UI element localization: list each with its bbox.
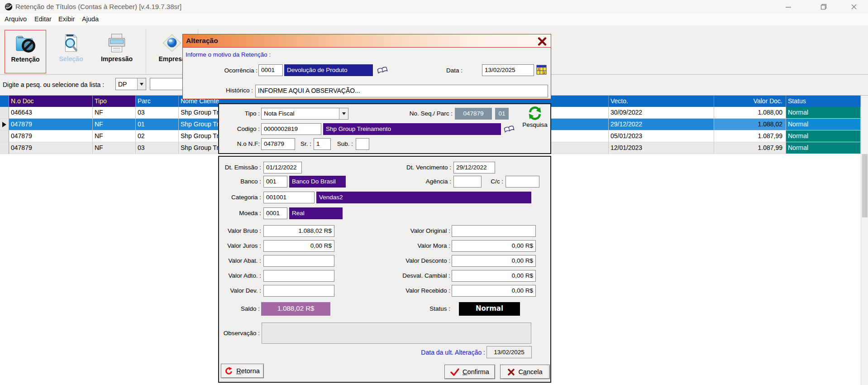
cell-valor: 1.087,99 <box>714 130 786 142</box>
data-input[interactable]: 13/02/2025 <box>482 64 534 76</box>
retencao-label: Retenção <box>11 56 39 63</box>
saldo-field: 1.088,02 R$ <box>261 302 330 316</box>
close-button[interactable] <box>844 0 864 14</box>
banco-desc-field: Banco Do Brasil <box>289 176 346 188</box>
selecao-label: Seleção <box>59 55 83 63</box>
retencao-button[interactable]: Retenção <box>5 30 46 73</box>
valor-bruto-input[interactable]: 1.088,02 R$ <box>263 225 334 237</box>
cc-input[interactable] <box>506 176 539 188</box>
dialog-title: Alteração <box>186 37 218 45</box>
dialog-close-button[interactable] <box>536 36 548 46</box>
lookup-book-icon[interactable] <box>377 65 389 75</box>
menu-editar[interactable]: Editar <box>34 15 52 23</box>
cancela-button[interactable]: Cancela <box>500 365 550 379</box>
alteracao-dialog-header-panel: Alteração Informe o motivo da Retenção :… <box>182 34 551 99</box>
valor-adto-input[interactable] <box>263 270 334 282</box>
valor-mora-label: Valor Mora : <box>390 242 450 249</box>
grid-header-tipo[interactable]: Tipo <box>93 96 136 107</box>
vertical-scrollbar[interactable] <box>861 96 868 385</box>
cancela-label: Cancela <box>518 368 542 375</box>
valor-recebido-input[interactable]: 0,00 R$ <box>452 285 536 297</box>
dt-venc-input[interactable]: 29/12/2022 <box>453 162 495 173</box>
grid-header-parc[interactable]: Parc <box>136 96 179 107</box>
grid-header-doc[interactable]: N.o Doc <box>9 96 93 107</box>
restore-button[interactable] <box>813 0 834 14</box>
dt-emissao-input[interactable]: 01/12/2022 <box>263 162 302 173</box>
desval-cambial-input[interactable]: 0,00 R$ <box>452 270 536 282</box>
moeda-desc-field: Real <box>289 207 343 219</box>
grid-header-valor[interactable]: Valor Doc. <box>714 96 786 107</box>
codigo-desc-field: Shp Group Treinamento <box>323 123 501 135</box>
moeda-input[interactable]: 0001 <box>263 207 287 219</box>
search-type-select[interactable]: DP <box>115 78 146 90</box>
selection-search-icon <box>61 33 81 53</box>
cell-doc: 047879 <box>9 130 93 142</box>
seq-parc-label: No. Seq./ Parc : <box>395 110 453 117</box>
valor-dev-input[interactable] <box>263 285 334 297</box>
codigo-input[interactable]: 0000002819 <box>261 123 321 135</box>
cell-valor: 1.088,00 <box>714 107 786 119</box>
confirma-label: Confirma <box>463 368 489 375</box>
minimize-icon <box>785 4 792 10</box>
documento-section: Tipo : Nota Fiscal No. Seq./ Parc : 0478… <box>218 103 551 154</box>
dt-venc-label: Dt. Vencimento : <box>398 164 451 171</box>
desval-cambial-label: Desval. Cambial : <box>390 272 450 279</box>
retorna-button[interactable]: Retorna <box>221 364 264 378</box>
valor-desconto-input[interactable]: 0,00 R$ <box>452 255 536 267</box>
menu-arquivo[interactable]: Arquivo <box>5 15 27 23</box>
cell-tipo: NF <box>93 119 136 130</box>
menu-exibir[interactable]: Exibir <box>58 15 75 23</box>
valores-section: Dt. Emissão : 01/12/2022 Dt. Vencimento … <box>218 156 551 383</box>
historico-input[interactable]: INFORME AQUI A OBSERVAÇÃO... <box>255 85 548 97</box>
search-type-value: DP <box>116 81 137 88</box>
impressao-label: Impressão <box>101 55 133 63</box>
minimize-button[interactable] <box>778 0 799 14</box>
impressao-button[interactable]: Impressão <box>93 30 140 73</box>
tipo-label: Tipo : <box>232 110 260 117</box>
svg-text:1: 1 <box>538 67 539 71</box>
grid-header-indicator <box>0 96 9 107</box>
pesquisa-button[interactable]: Pesquisa <box>519 106 551 132</box>
categoria-input[interactable]: 001001 <box>263 192 315 203</box>
valor-adto-label: Valor Adto. : <box>219 272 261 279</box>
data-label: Data : <box>441 67 463 74</box>
ult-alteracao-field: 13/02/2025 <box>486 346 532 358</box>
grid-header-status[interactable]: Status <box>786 96 861 107</box>
close-icon <box>851 4 857 10</box>
dialog-subtitle: Informe o motivo da Retenção : <box>186 51 271 58</box>
title-bar: Retenção de Títulos (Contas à Receber) [… <box>0 0 868 14</box>
valor-abat-input[interactable] <box>263 255 334 267</box>
chevron-down-icon[interactable] <box>339 108 348 119</box>
grid-header-vecto[interactable]: Vecto. <box>609 96 714 107</box>
tipo-select[interactable]: Nota Fiscal <box>261 108 348 120</box>
scrollbar-thumb[interactable] <box>862 154 868 217</box>
lookup-book-icon[interactable] <box>503 124 515 134</box>
sr-input[interactable]: 1 <box>314 138 331 150</box>
current-row-arrow-icon <box>2 122 6 127</box>
selecao-button: Seleção <box>51 30 91 73</box>
chevron-down-icon[interactable] <box>137 78 146 90</box>
refresh-icon <box>528 106 542 120</box>
confirma-button[interactable]: Confirma <box>444 365 495 379</box>
banco-input[interactable]: 001 <box>263 176 287 188</box>
restore-icon <box>820 4 827 10</box>
ocorrencia-code-input[interactable]: 0001 <box>258 64 283 76</box>
agencia-label: Agência : <box>409 178 451 185</box>
observacao-label: Observação : <box>219 330 260 337</box>
nf-input[interactable]: 047879 <box>261 138 295 150</box>
cell-tipo: NF <box>93 107 136 119</box>
valor-mora-input[interactable]: 0,00 R$ <box>452 240 536 252</box>
ult-alteracao-label: Data da ult. Alteração : <box>390 349 485 356</box>
row-indicator <box>0 130 9 142</box>
observacao-textarea[interactable] <box>262 322 531 344</box>
menu-ajuda[interactable]: Ajuda <box>82 15 99 23</box>
cell-parc: 03 <box>136 142 179 154</box>
agencia-input[interactable] <box>453 176 482 188</box>
calendar-icon[interactable]: 1 2 <box>536 64 547 75</box>
cell-doc: 047879 <box>9 142 93 154</box>
sub-input[interactable] <box>356 138 369 150</box>
valor-juros-input[interactable]: 0,00 R$ <box>263 240 334 252</box>
valor-original-input[interactable] <box>452 225 536 237</box>
cell-status: Normal <box>786 130 861 142</box>
moeda-label: Moeda : <box>227 210 261 217</box>
